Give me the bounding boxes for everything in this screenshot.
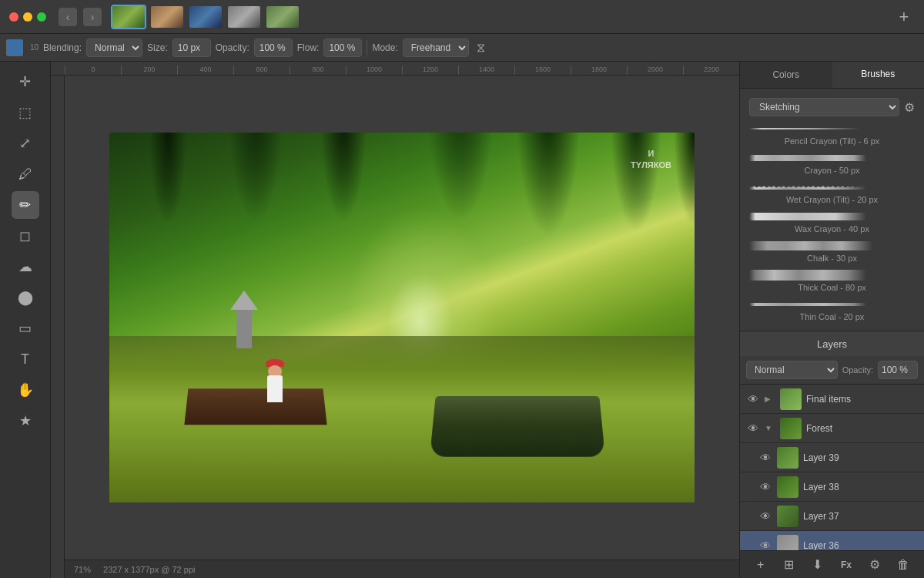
text-tool[interactable]: T: [12, 345, 39, 373]
opacity-input[interactable]: [878, 361, 918, 379]
brush-category-row: Sketching ⚙: [740, 95, 924, 119]
thumb-face[interactable]: [149, 5, 185, 29]
forward-button[interactable]: ›: [83, 8, 102, 26]
favorite-tool[interactable]: ★: [12, 407, 39, 435]
back-button[interactable]: ‹: [59, 8, 77, 26]
visibility-icon[interactable]: 👁: [758, 451, 772, 465]
transform-tool[interactable]: ⤢: [12, 129, 39, 157]
layer-thumbnail: [780, 418, 802, 439]
layer-item-layer37[interactable]: 👁 Layer 37: [740, 502, 924, 531]
tab-colors[interactable]: Colors: [740, 62, 832, 88]
brush-name-thin-coal: Thin Coal - 20 px: [749, 312, 915, 321]
size-label: Size:: [147, 42, 168, 53]
minimize-button[interactable]: [23, 12, 32, 22]
canvas-wrapper[interactable]: ИТYЛЯКОВ: [65, 76, 739, 560]
brush-stroke-pencil: [749, 123, 915, 135]
thumb-boat[interactable]: [265, 5, 300, 29]
layer-item-forest[interactable]: 👁 ▼ Forest: [740, 414, 924, 443]
color-swatch[interactable]: [6, 39, 23, 56]
thumb-water[interactable]: [188, 5, 223, 29]
move-tool[interactable]: ✛: [12, 68, 39, 96]
brush-settings-button[interactable]: ⚙: [904, 100, 915, 115]
opacity-label: Opacity:: [842, 365, 873, 375]
layer-thumbnail: [777, 476, 798, 498]
smudge-tool[interactable]: ☁: [12, 253, 39, 281]
fill-tool[interactable]: ⬤: [12, 284, 39, 311]
add-layer-button[interactable]: +: [750, 554, 772, 576]
brush-item-thick-coal[interactable]: Thick Coal - 80 px: [740, 266, 924, 295]
painting-sign: [236, 302, 252, 348]
layer-thumbnail: [780, 388, 802, 410]
panel-tabs: Colors Brushes: [740, 62, 924, 89]
tab-brushes[interactable]: Brushes: [832, 62, 925, 88]
select-tool[interactable]: ⬚: [12, 99, 39, 126]
layers-title: Layers: [817, 338, 847, 350]
close-button[interactable]: [9, 12, 18, 22]
shape-tool[interactable]: ▭: [12, 314, 39, 342]
expand-icon[interactable]: ▶: [765, 395, 775, 403]
fx-button[interactable]: Fx: [835, 554, 857, 576]
main-area: ✛ ⬚ ⤢ 🖊 ✏ ◻ ☁ ⬤ ▭ T ✋ ★ 0 200 400 600 80…: [0, 62, 924, 578]
layer-item-final-items[interactable]: 👁 ▶ Final items: [740, 385, 924, 414]
visibility-icon[interactable]: 👁: [758, 480, 772, 494]
duplicate-layer-button[interactable]: ⬇: [807, 554, 829, 576]
right-panel: Colors Brushes Sketching ⚙ Pencil Crayon…: [739, 62, 924, 578]
mode-select[interactable]: Freehand: [403, 39, 469, 57]
opacity-input[interactable]: [254, 39, 293, 57]
brush-stroke-wax: [749, 210, 915, 223]
canvas-area: 0 200 400 600 800 1000 1200 1400 1600 18…: [51, 62, 739, 578]
brush-stroke-crayon: [749, 152, 915, 164]
brush-item-pencil-crayon[interactable]: Pencil Crayon (Tilt) - 6 px: [740, 119, 924, 149]
visibility-icon[interactable]: 👁: [746, 392, 760, 406]
painting-dock: [184, 388, 326, 425]
zoom-level: 71%: [74, 565, 91, 574]
layer-settings-button[interactable]: ⚙: [864, 554, 886, 576]
size-input[interactable]: [172, 39, 211, 57]
brush-stroke-wet-crayon: [749, 181, 915, 193]
brush-tool[interactable]: ✏: [12, 191, 39, 219]
layer-thumbnail: [777, 506, 798, 527]
layer-item-layer39[interactable]: 👁 Layer 39: [740, 443, 924, 472]
opacity-label: Opacity:: [216, 42, 249, 53]
brush-item-thin-coal[interactable]: Thin Coal - 20 px: [740, 295, 924, 324]
flow-input[interactable]: [323, 39, 362, 57]
brush-item-wet-crayon[interactable]: Wet Crayon (Tilt) - 20 px: [740, 178, 924, 207]
eyedropper-tool[interactable]: 🖊: [12, 160, 39, 188]
toolbar: 10 Blending: Normal Size: Opacity: Flow:…: [0, 34, 924, 62]
stabilizer-button[interactable]: ⧖: [474, 39, 488, 56]
flow-label: Flow:: [297, 42, 320, 53]
visibility-icon[interactable]: 👁: [758, 539, 772, 551]
ruler-mark: 600: [233, 66, 290, 75]
maximize-button[interactable]: [37, 12, 46, 22]
canvas-painting[interactable]: ИТYЛЯКОВ: [109, 133, 695, 502]
add-group-button[interactable]: ⊞: [778, 554, 800, 576]
hand-tool[interactable]: ✋: [12, 376, 39, 404]
ruler-top: 0 200 400 600 800 1000 1200 1400 1600 18…: [51, 62, 739, 76]
brush-name-crayon: Crayon - 50 px: [749, 166, 915, 175]
delete-layer-button[interactable]: 🗑: [892, 554, 914, 576]
ruler-mark: 1600: [514, 66, 571, 75]
brush-category-select[interactable]: Sketching: [749, 98, 899, 116]
ruler-mark: 400: [177, 66, 233, 75]
blending-select[interactable]: Normal: [86, 39, 142, 57]
thumb-forest[interactable]: [111, 5, 146, 29]
brushes-panel: Sketching ⚙ Pencil Crayon (Tilt) - 6 px …: [740, 89, 924, 331]
visibility-icon[interactable]: 👁: [758, 509, 772, 523]
ruler-mark: 0: [65, 66, 121, 75]
eraser-tool[interactable]: ◻: [12, 222, 39, 250]
add-document-button[interactable]: +: [893, 6, 915, 28]
thumb-wolf[interactable]: [226, 5, 262, 29]
blending-label: Blending:: [43, 42, 82, 53]
layers-blend-mode[interactable]: Normal: [746, 361, 838, 379]
layer-name-layer38: Layer 38: [803, 482, 918, 492]
visibility-icon[interactable]: 👁: [746, 422, 760, 435]
brush-name-wet-crayon: Wet Crayon (Tilt) - 20 px: [749, 195, 915, 204]
layer-item-layer36[interactable]: 👁 Layer 36: [740, 531, 924, 550]
brush-name-pencil: Pencil Crayon (Tilt) - 6 px: [749, 136, 915, 146]
brush-item-crayon[interactable]: Crayon - 50 px: [740, 149, 924, 178]
layer-item-layer38[interactable]: 👁 Layer 38: [740, 472, 924, 502]
expand-icon[interactable]: ▼: [765, 424, 775, 432]
brush-item-chalk[interactable]: Chalk - 30 px: [740, 237, 924, 266]
brush-item-wax-crayon[interactable]: Wax Crayon - 40 px: [740, 207, 924, 237]
brush-name-thick-coal: Thick Coal - 80 px: [749, 283, 915, 292]
